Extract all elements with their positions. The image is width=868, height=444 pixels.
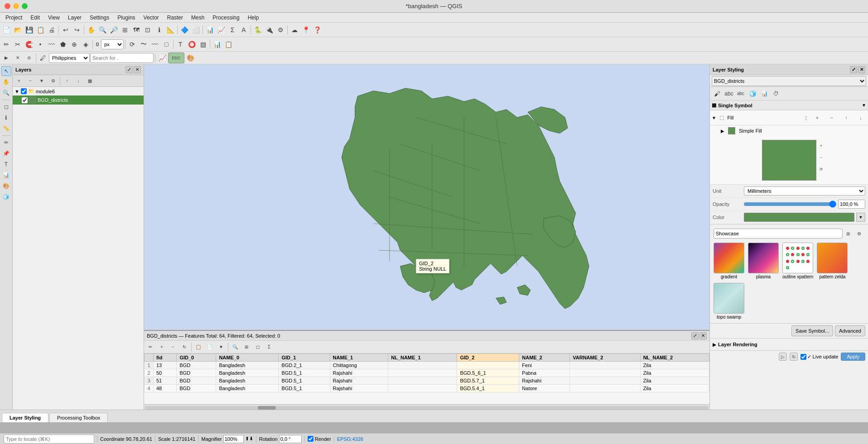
undo-btn[interactable]: ↩	[60, 24, 71, 35]
pointer-tool[interactable]: ↖	[1, 66, 11, 76]
menu-raster[interactable]: Raster	[164, 14, 187, 22]
measure-btn[interactable]: 📐	[165, 24, 176, 35]
showcase-item-outline-xpattern[interactable]: outline xpattern	[782, 243, 813, 279]
magnifier-stepper[interactable]: ⬆⬇	[245, 436, 253, 442]
zoom-tool[interactable]: 🔍	[1, 88, 11, 98]
table-row[interactable]: 250BGDBangladeshBGD.5_1RajshahiBGD.5_6_1…	[145, 369, 709, 377]
label-tool[interactable]: T	[1, 159, 11, 169]
zoom-in-btn[interactable]: 🔍	[97, 24, 108, 35]
layers-close-btn[interactable]: ✕	[134, 66, 141, 73]
zoom-full-btn[interactable]: ⊞	[120, 24, 130, 35]
zoom-out-btn[interactable]: 🔎	[108, 24, 119, 35]
label-tab[interactable]: abc	[735, 88, 746, 99]
attr-copy-btn[interactable]: 📋	[193, 342, 204, 353]
move-feature-btn[interactable]: ⊕	[69, 39, 80, 50]
help-btn[interactable]: ❓	[312, 24, 323, 35]
add-layer-btn[interactable]: +	[14, 76, 24, 86]
scrollbar-thumb[interactable]	[258, 406, 276, 410]
fill-more-options[interactable]: ⋮	[804, 115, 808, 120]
menu-edit[interactable]: Edit	[27, 14, 43, 22]
live-update-label[interactable]: ✓ Live update	[800, 354, 839, 360]
attr-add-btn[interactable]: +	[156, 342, 167, 353]
rotation-input[interactable]	[279, 435, 302, 443]
col-name1[interactable]: NAME_1	[330, 354, 388, 362]
advanced-btn[interactable]: Advanced	[835, 325, 865, 336]
styling-expand-btn[interactable]: ⤢	[850, 66, 857, 73]
showcase-item-plasma[interactable]: plasma	[748, 243, 779, 279]
col-nlname1[interactable]: NL_NAME_1	[388, 354, 457, 362]
curve-btn[interactable]: 〜	[138, 39, 149, 50]
color-bar[interactable]	[744, 213, 854, 222]
measure-tool[interactable]: 📏	[1, 124, 11, 134]
apply-btn[interactable]: Apply	[841, 353, 865, 361]
calc-btn[interactable]: Σ	[227, 24, 238, 35]
edit-pencil-btn[interactable]: ✏	[1, 39, 12, 50]
history-tab[interactable]: ⏱	[771, 88, 781, 99]
select2-tool[interactable]: ◻	[1, 102, 11, 112]
select-rect-btn[interactable]: ⬜	[190, 24, 201, 35]
annotate-tool[interactable]: ✏	[1, 138, 11, 148]
menu-plugins[interactable]: Plugins	[114, 14, 139, 22]
color-dropdown-btn[interactable]: ▼	[856, 213, 865, 222]
group-checkbox[interactable]	[21, 88, 27, 94]
col-gid2[interactable]: GID_2	[457, 354, 519, 362]
layer-styling-tab[interactable]: Layer Styling	[2, 413, 48, 422]
attr-table-btn[interactable]: 📊	[204, 24, 215, 35]
diagram-btn[interactable]: 📊	[212, 39, 222, 50]
symbol-type-dropdown[interactable]: ▼	[862, 103, 866, 108]
maximize-button[interactable]	[22, 3, 28, 9]
layer-checkbox[interactable]	[22, 97, 28, 103]
showcase-more-btn[interactable]: ⚙	[854, 228, 864, 239]
showcase-search[interactable]	[714, 229, 843, 239]
table-row[interactable]: 448BGDBangladeshBGD.5_1RajshahiBGD.5.4_1…	[145, 385, 709, 392]
attr-zoom-btn[interactable]: ⊞	[241, 342, 252, 353]
fill-up-btn[interactable]: ↑	[841, 112, 852, 123]
layer-options-btn[interactable]: ⚙	[48, 76, 58, 86]
map-canvas[interactable]: GID_2 String NULL	[144, 64, 709, 330]
3d-tool[interactable]: 🧊	[1, 192, 11, 202]
edc-btn[interactable]: EDC	[168, 53, 184, 63]
diagram-style-tab[interactable]: 📊	[759, 88, 770, 99]
layer-down-btn[interactable]: ↓	[73, 76, 84, 86]
showcase-item-gradient[interactable]: gradient	[714, 243, 744, 279]
close-button[interactable]	[5, 3, 10, 9]
diagram-tool[interactable]: 📊	[1, 170, 11, 180]
fill-down-btn[interactable]: ↓	[855, 112, 866, 123]
add-line-btn[interactable]: 〰	[46, 39, 57, 50]
plugin-btn1[interactable]: 🔌	[264, 24, 275, 35]
attr-stats-btn[interactable]: Σ	[264, 342, 275, 353]
fill-expand[interactable]: ▼	[712, 115, 716, 120]
identify-tool[interactable]: ℹ	[1, 113, 11, 123]
layer-filter-btn[interactable]: ▼	[36, 76, 47, 86]
save-symbol-btn[interactable]: Save Symbol...	[791, 325, 833, 336]
layer-item-bgd-districts[interactable]: BGD_districts	[13, 95, 144, 105]
location-select[interactable]: Philippines	[49, 53, 90, 63]
menu-layer[interactable]: Layer	[64, 14, 85, 22]
abc-tab[interactable]: abc	[723, 88, 734, 99]
invert-select-btn[interactable]: ⊘	[24, 53, 34, 63]
attr-select-btn[interactable]: ◻	[252, 342, 263, 353]
layer-group-btn[interactable]: ▦	[84, 76, 95, 86]
form-btn[interactable]: 📋	[223, 39, 234, 50]
attr-table-scroll[interactable]: fid GID_0 NAME_0 GID_1 NAME_1 NL_NAME_1 …	[144, 353, 709, 404]
opacity-input[interactable]	[838, 200, 865, 209]
px-unit-select[interactable]: px mm pt	[101, 39, 124, 49]
magnifier-input[interactable]	[223, 435, 244, 443]
menu-settings[interactable]: Settings	[86, 14, 113, 22]
menu-project[interactable]: Project	[2, 14, 26, 22]
identify-btn[interactable]: ℹ	[154, 24, 164, 35]
col-nlname2[interactable]: NL_NAME_2	[640, 354, 709, 362]
search-input[interactable]	[90, 53, 154, 63]
attr-expand-btn[interactable]: ⤢	[691, 332, 699, 339]
paint-tab[interactable]: 🖌	[712, 88, 723, 99]
fill-remove-btn[interactable]: −	[826, 112, 837, 123]
attr-refresh-btn[interactable]: ↻	[179, 342, 190, 353]
redo-btn[interactable]: ↪	[72, 24, 82, 35]
locate-input[interactable]	[4, 434, 94, 444]
layer-up-btn[interactable]: ↑	[62, 76, 72, 86]
add-poly-btn[interactable]: ⬟	[58, 39, 68, 50]
fill2-btn[interactable]: ▧	[198, 39, 208, 50]
label2-btn[interactable]: T	[175, 39, 186, 50]
col-fid[interactable]: fid	[154, 354, 177, 362]
digitize2-btn[interactable]: 🖊	[38, 53, 48, 63]
